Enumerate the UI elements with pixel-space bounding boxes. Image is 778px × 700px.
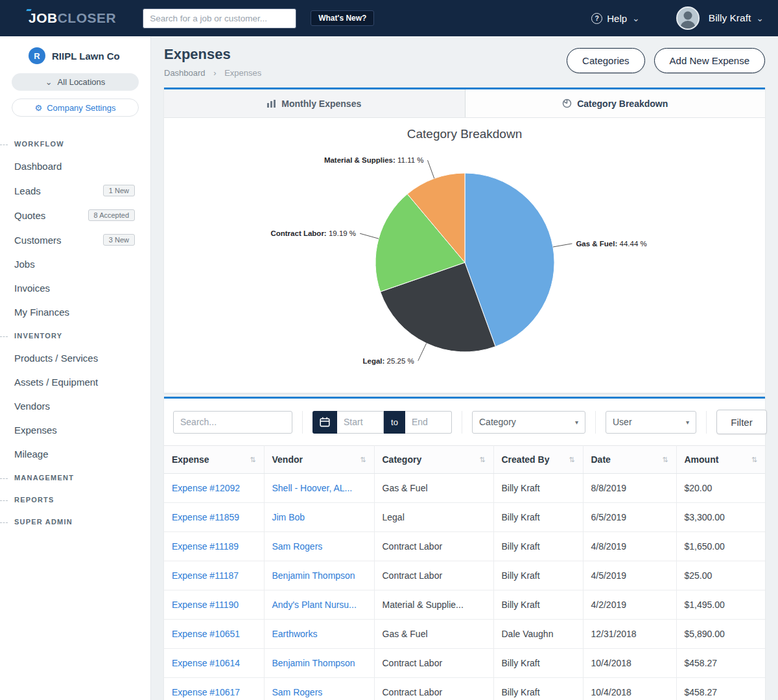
col-header-amount[interactable]: Amount⇅ bbox=[676, 446, 765, 474]
section-header-super-admin[interactable]: SUPER ADMIN bbox=[0, 510, 150, 532]
breadcrumb-dashboard[interactable]: Dashboard bbox=[164, 68, 206, 78]
section-header-inventory[interactable]: INVENTORY bbox=[0, 324, 150, 346]
col-header-created-by[interactable]: Created By⇅ bbox=[493, 446, 583, 474]
company-name: RIIPL Lawn Co bbox=[52, 51, 120, 62]
categories-button[interactable]: Categories bbox=[567, 48, 645, 73]
locations-label: All Locations bbox=[58, 77, 106, 87]
locations-dropdown[interactable]: ⌄ All Locations bbox=[12, 73, 139, 91]
expense-link[interactable]: Expense #10651 bbox=[172, 629, 240, 639]
sort-icon[interactable]: ⇅ bbox=[662, 456, 668, 464]
sidebar-item-leads[interactable]: Leads1 New bbox=[0, 178, 150, 203]
chevron-down-icon[interactable]: ⌄ bbox=[756, 15, 764, 21]
date-cell: 4/5/2019 bbox=[583, 561, 676, 590]
col-header-vendor[interactable]: Vendor⇅ bbox=[264, 446, 374, 474]
pie-slice-label: Gas & Fuel: 44.44 % bbox=[576, 240, 646, 248]
filter-button[interactable]: Filter bbox=[716, 410, 767, 434]
tab-category-breakdown[interactable]: Category Breakdown bbox=[465, 89, 766, 117]
vendor-link[interactable]: Earthworks bbox=[272, 629, 318, 639]
help-label: Help bbox=[607, 13, 627, 24]
start-date-input[interactable] bbox=[337, 411, 384, 434]
calendar-button[interactable] bbox=[312, 411, 337, 434]
amount-cell: $5,890.00 bbox=[676, 620, 765, 649]
table-row: Expense #11859 Jim Bob Legal Billy Kraft… bbox=[164, 503, 765, 532]
sidebar-item-invoices[interactable]: Invoices bbox=[0, 276, 150, 300]
app-logo[interactable]: JOBCLOSER bbox=[29, 10, 116, 26]
pie-chart-area: Category Breakdown Gas & Fuel: 44.44 %Le… bbox=[164, 118, 765, 393]
global-search-input[interactable] bbox=[143, 8, 296, 29]
sidebar-item-quotes[interactable]: Quotes8 Accepted bbox=[0, 203, 150, 228]
help-menu[interactable]: ? Help ⌄ bbox=[591, 13, 640, 24]
vendor-link[interactable]: Shell - Hoover, AL... bbox=[272, 483, 353, 493]
section-header-reports[interactable]: REPORTS bbox=[0, 488, 150, 510]
user-filter-group: User ▾ bbox=[596, 411, 707, 434]
col-header-expense[interactable]: Expense⇅ bbox=[164, 446, 264, 474]
category-select[interactable]: Category ▾ bbox=[472, 411, 585, 434]
sort-icon[interactable]: ⇅ bbox=[360, 456, 366, 464]
sidebar-item-jobs[interactable]: Jobs bbox=[0, 252, 150, 276]
sidebar-item-dashboard[interactable]: Dashboard bbox=[0, 154, 150, 178]
amount-cell: $20.00 bbox=[676, 474, 765, 503]
filter-button-group: Filter bbox=[707, 410, 777, 434]
expense-link[interactable]: Expense #10614 bbox=[172, 658, 240, 668]
col-header-category[interactable]: Category⇅ bbox=[374, 446, 493, 474]
end-date-input[interactable] bbox=[405, 411, 452, 434]
select-caret-icon: ▾ bbox=[686, 419, 689, 426]
chevron-down-icon: ⌄ bbox=[45, 80, 53, 85]
sidebar-item-expenses[interactable]: Expenses bbox=[0, 418, 150, 442]
pie-label-line bbox=[360, 233, 379, 239]
col-header-date[interactable]: Date⇅ bbox=[583, 446, 676, 474]
section-header-workflow[interactable]: WORKFLOW bbox=[0, 132, 150, 154]
expense-link[interactable]: Expense #10617 bbox=[172, 687, 240, 697]
amount-cell: $1,495.00 bbox=[676, 590, 765, 620]
vendor-link[interactable]: Benjamin Thompson bbox=[272, 570, 355, 581]
sidebar-item-mileage[interactable]: Mileage bbox=[0, 442, 150, 466]
add-new-expense-button[interactable]: Add New Expense bbox=[654, 48, 765, 73]
vendor-link[interactable]: Benjamin Thompson bbox=[272, 658, 355, 668]
date-cell: 4/2/2019 bbox=[583, 590, 676, 620]
expense-link[interactable]: Expense #11190 bbox=[172, 600, 239, 610]
sort-icon[interactable]: ⇅ bbox=[751, 456, 757, 464]
sidebar-item-products-services[interactable]: Products / Services bbox=[0, 346, 150, 370]
created-by-cell: Billy Kraft bbox=[493, 474, 583, 503]
pie-label-line bbox=[428, 160, 434, 178]
sidebar-item-customers[interactable]: Customers3 New bbox=[0, 228, 150, 252]
breadcrumb-separator-icon: › bbox=[213, 68, 216, 78]
sort-icon[interactable]: ⇅ bbox=[250, 456, 255, 464]
section-header-management[interactable]: MANAGEMENT bbox=[0, 466, 150, 488]
created-by-cell: Dale Vaughn bbox=[493, 620, 583, 649]
company-settings-button[interactable]: ⚙ Company Settings bbox=[12, 99, 139, 117]
leads-badge: 1 New bbox=[103, 185, 135, 196]
sidebar-item-my-finances[interactable]: My Finances bbox=[0, 300, 150, 324]
user-select[interactable]: User ▾ bbox=[606, 411, 696, 434]
expense-link[interactable]: Expense #11189 bbox=[172, 541, 239, 552]
user-menu[interactable]: Billy Kraft bbox=[709, 12, 751, 24]
pie-slice-label: Contract Labor: 19.19 % bbox=[270, 229, 356, 237]
customers-badge: 3 New bbox=[103, 234, 135, 246]
bar-chart-icon bbox=[267, 100, 276, 108]
expense-link[interactable]: Expense #12092 bbox=[172, 483, 240, 493]
select-caret-icon: ▾ bbox=[575, 419, 578, 426]
user-avatar[interactable] bbox=[676, 6, 700, 30]
vendor-link[interactable]: Andy's Plant Nursu... bbox=[272, 600, 357, 610]
vendor-link[interactable]: Sam Rogers bbox=[272, 687, 323, 697]
table-row: Expense #10614 Benjamin Thompson Contrac… bbox=[164, 649, 765, 678]
whats-new-button[interactable]: What's New? bbox=[311, 10, 374, 26]
vendor-link[interactable]: Sam Rogers bbox=[272, 541, 323, 552]
sidebar-item-vendors[interactable]: Vendors bbox=[0, 394, 150, 418]
tab-monthly-expenses[interactable]: Monthly Expenses bbox=[164, 89, 465, 117]
sidebar-item-assets-equipment[interactable]: Assets / Equipment bbox=[0, 370, 150, 394]
date-cell: 4/8/2019 bbox=[583, 532, 676, 561]
expense-link[interactable]: Expense #11859 bbox=[172, 512, 239, 522]
created-by-cell: Billy Kraft bbox=[493, 532, 583, 561]
expense-search-input[interactable] bbox=[173, 411, 292, 434]
sidebar: R RIIPL Lawn Co ⌄ All Locations ⚙ Compan… bbox=[0, 36, 151, 700]
sort-icon[interactable]: ⇅ bbox=[569, 456, 574, 464]
quotes-badge: 8 Accepted bbox=[88, 209, 135, 221]
page-title: Expenses bbox=[164, 46, 261, 63]
expense-link[interactable]: Expense #11187 bbox=[172, 570, 239, 581]
sort-icon[interactable]: ⇅ bbox=[479, 456, 485, 464]
amount-cell: $25.00 bbox=[676, 561, 765, 590]
vendor-link[interactable]: Jim Bob bbox=[272, 512, 305, 522]
amount-cell: $458.27 bbox=[676, 649, 765, 678]
category-cell: Contract Labor bbox=[374, 532, 493, 561]
